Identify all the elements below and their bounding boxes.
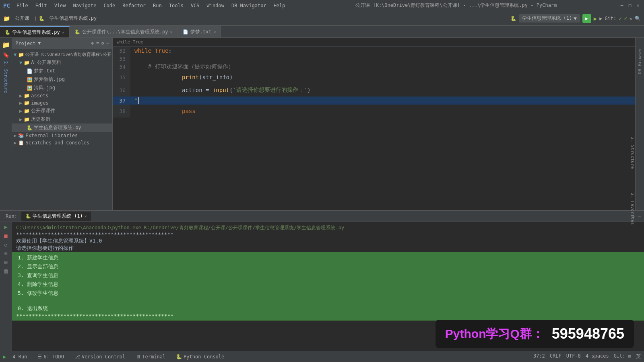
menu-view[interactable]: View xyxy=(51,2,69,9)
sidebar-minimize-icon[interactable]: ─ xyxy=(106,41,109,46)
tree-root[interactable]: ▼ 📁 公开课 K:\OneDrive\青灯教育课程\公开 xyxy=(12,51,112,58)
tree-item-jpg2[interactable]: 🖼️ 清风.jpg xyxy=(12,84,112,92)
project-panel-icon[interactable]: 📁 xyxy=(2,41,10,49)
run-tab-close[interactable]: ✕ xyxy=(85,214,87,218)
structure-icon[interactable]: 2. Structure xyxy=(3,61,8,93)
tab-python-console[interactable]: 🐍 Python Console xyxy=(172,353,228,360)
menu-window[interactable]: Window xyxy=(204,2,227,9)
menu-db[interactable]: DB Navigator xyxy=(228,2,270,9)
str-prompt: '请选择你想要进行的操作：' xyxy=(233,86,307,94)
tree-item-jpg1[interactable]: 🖼️ 梦梦微信.jpg xyxy=(12,75,112,84)
folder-a-icon: 📁 xyxy=(24,60,30,66)
run-prompt: 请选择你想要进行的操作 xyxy=(16,245,640,252)
git-check2-icon[interactable]: ✓ xyxy=(624,16,627,21)
menu-run[interactable]: Run xyxy=(150,2,165,9)
line-content-37: " xyxy=(130,97,635,105)
tree-item-ext-lib[interactable]: ▶ 📚 External Libraries xyxy=(12,132,112,139)
menu-code[interactable]: Code xyxy=(100,2,118,9)
menu-help[interactable]: Help xyxy=(270,2,289,9)
tabs-bar: 🐍 学生信息管理系统.py ✕ 🐍 公开课课件\...\学生信息管理系统.py … xyxy=(0,26,644,38)
terminal-icon: 🖥 xyxy=(136,354,140,360)
sidebar-settings-icon[interactable]: ⚙ xyxy=(101,41,104,46)
line-content-38: pass xyxy=(130,105,635,117)
line-num-33: 33 xyxy=(113,55,130,63)
tab-main-file[interactable]: 🐍 学生信息管理系统.py ✕ xyxy=(0,26,70,37)
jpg2-icon: 🖼️ xyxy=(27,85,33,91)
close-button[interactable]: ✕ xyxy=(635,3,641,8)
line-content-33 xyxy=(130,55,635,63)
run-side-icons: ▶ ■ ↺ ≡ ⊞ 🗑 xyxy=(0,222,12,351)
run-play-icon[interactable]: ▶ xyxy=(4,224,7,230)
run-minimize-icon[interactable]: ─ xyxy=(638,214,641,219)
file-icon: 🐍 xyxy=(39,16,45,21)
paren-r2: ) xyxy=(307,87,310,93)
kw-true: True xyxy=(155,47,169,54)
tab-txt-file[interactable]: 📄 梦梦.txt ✕ xyxy=(178,26,221,37)
menu-navigate[interactable]: Navigate xyxy=(70,2,100,9)
debug-button[interactable]: ▶ xyxy=(594,15,597,22)
run-config-dropdown[interactable]: ▼ xyxy=(574,16,576,21)
coverage-button[interactable]: ▶ xyxy=(599,16,602,21)
window-title: 公开课 [K:\OneDrive\青灯教育课程\公开课] - ...\学生信息管… xyxy=(293,2,619,9)
tree-item-courseware[interactable]: ▶ 📁 公开课课件 xyxy=(12,107,112,115)
file-tree: ▼ 📁 公开课 K:\OneDrive\青灯教育课程\公开 ▼ 📁 A 公开课资… xyxy=(12,49,112,210)
project-icon: 📁 xyxy=(3,15,10,22)
structure-panel-label[interactable]: 2. Structure xyxy=(630,137,635,169)
project-label-sidebar: Project xyxy=(15,41,36,46)
bookmarks-icon[interactable]: 🔖 xyxy=(3,52,9,58)
sidebar-actions: ⊕ ≡ ⚙ ─ xyxy=(91,41,109,46)
project-dropdown[interactable]: ▼ xyxy=(38,41,41,46)
tree-item-history[interactable]: ▶ 📁 历史案例 xyxy=(12,115,112,123)
tab-icon-3: 📄 xyxy=(183,29,188,35)
run-scroll-icon[interactable]: ≡ xyxy=(4,250,7,257)
tab-course-file[interactable]: 🐍 公开课课件\...\学生信息管理系统.py ✕ xyxy=(70,26,178,37)
code-area[interactable]: 32 while True : 33 34 # 打印欢迎界面（提示如何操作） xyxy=(113,47,635,210)
db-browser-icon[interactable]: DB Browser xyxy=(637,39,642,82)
tab-run[interactable]: 4 Run xyxy=(8,353,31,360)
menu-vcs[interactable]: VCS xyxy=(188,2,203,9)
git-branch: Git: m xyxy=(614,353,631,360)
run-config[interactable]: 学生信息管理系统 (1) ▼ xyxy=(519,14,580,23)
courseware-icon: 📁 xyxy=(24,108,30,114)
file-label[interactable]: 学生信息管理系统.py xyxy=(46,14,100,23)
assets-icon: 📁 xyxy=(24,93,30,99)
tab-version-control[interactable]: ⎇ Version Control xyxy=(70,353,129,360)
minimize-button[interactable]: ─ xyxy=(619,3,625,8)
menu-file[interactable]: File xyxy=(13,2,31,9)
project-label[interactable]: 公开课 xyxy=(12,14,33,23)
run-stop-icon[interactable]: ■ xyxy=(4,232,7,239)
search-icon[interactable]: 🔍 xyxy=(635,16,641,21)
fn-input: input xyxy=(213,87,229,93)
tree-item-py[interactable]: 🐍 学生信息管理系统.py xyxy=(12,123,112,132)
tree-item-images[interactable]: ▶ 📁 images xyxy=(12,99,112,107)
code-editor[interactable]: while True 32 while True : 33 34 xyxy=(113,38,635,210)
sidebar-collapse-icon[interactable]: ≡ xyxy=(96,41,99,46)
sidebar-locate-icon[interactable]: ⊕ xyxy=(91,41,94,46)
refresh-icon[interactable]: ↻ xyxy=(630,16,632,21)
tab-close-1[interactable]: ✕ xyxy=(62,30,64,35)
run-bottom-play[interactable]: ▶ xyxy=(3,354,6,360)
run-button[interactable]: ▶ xyxy=(582,14,591,23)
menu-edit[interactable]: Edit xyxy=(32,2,50,9)
maximize-button[interactable]: □ xyxy=(627,3,633,8)
menu-refactor[interactable]: Refactor xyxy=(119,2,149,9)
menu-tools[interactable]: Tools xyxy=(166,2,187,9)
favorites-panel-label[interactable]: 2. Favorites xyxy=(630,193,635,225)
git-check-icon[interactable]: ✓ xyxy=(619,16,621,21)
run-tab-active[interactable]: 🐍 学生信息管理系统 (1) ✕ xyxy=(21,212,91,221)
main-area: 📁 🔖 2. Structure Project ▼ ⊕ ≡ ⚙ ─ ▼ 📁 公… xyxy=(0,38,644,210)
tree-item-a[interactable]: ▼ 📁 A 公开课资料 xyxy=(12,58,112,67)
tab-terminal[interactable]: 🖥 Terminal xyxy=(132,353,169,360)
tab-close-3[interactable]: ✕ xyxy=(213,30,216,34)
run-trash-icon[interactable]: 🗑 xyxy=(3,268,9,274)
tab-todo[interactable]: ☰ 6: TODO xyxy=(33,353,68,360)
run-filter-icon[interactable]: ⊞ xyxy=(4,259,7,265)
run-menu-item-5: 5. 修改学生信息 xyxy=(16,289,640,298)
run-rerun-icon[interactable]: ↺ xyxy=(4,241,7,248)
tree-item-assets[interactable]: ▶ 📁 assets xyxy=(12,92,112,99)
tree-item-scratches[interactable]: ▶ 📋 Scratches and Consoles xyxy=(12,139,112,146)
tree-item-txt[interactable]: 📄 梦梦.txt xyxy=(12,67,112,75)
tab-close-2[interactable]: ✕ xyxy=(170,30,173,34)
line-content-35: print(str_info) xyxy=(130,71,635,84)
line-num-35: 35 xyxy=(113,71,130,84)
